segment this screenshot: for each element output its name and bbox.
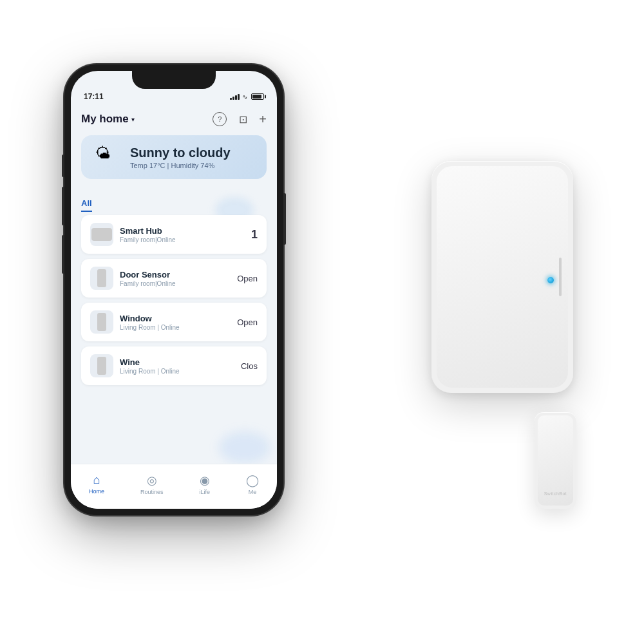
wifi-icon: ∿: [242, 93, 247, 100]
home-nav-icon: ⌂: [93, 473, 100, 487]
device-info: Wine Living Room | Online: [120, 357, 180, 375]
device-location: Family room|Online: [120, 280, 176, 287]
device-info: Window Living Room | Online: [120, 314, 180, 331]
device-card-smart-hub[interactable]: Smart Hub Family room|Online 1: [81, 215, 267, 254]
weather-title: Sunny to cloudy: [130, 145, 231, 160]
device-thumb-wine: [90, 354, 113, 377]
phone-frame: 17:11 ∿ My home: [64, 64, 283, 515]
led-indicator: [547, 277, 554, 283]
nav-me-label: Me: [249, 489, 257, 495]
phone-screen: 17:11 ∿ My home: [71, 71, 277, 509]
device-name: Wine: [120, 357, 180, 367]
home-title-group[interactable]: My home ▾: [81, 113, 135, 126]
device-status: 1: [251, 228, 258, 242]
help-icon: ?: [218, 115, 222, 123]
tabs-row: All: [81, 198, 267, 212]
device-location: Living Room | Online: [120, 368, 180, 375]
weather-icon: 🌤: [91, 144, 122, 170]
ilife-nav-icon: ◉: [200, 473, 210, 488]
bottom-nav: ⌂ Home ◎ Routines ◉ iLife ◯ Me: [71, 464, 277, 509]
add-button[interactable]: +: [259, 113, 267, 126]
nav-ilife-label: iLife: [200, 489, 211, 495]
help-button[interactable]: ?: [213, 112, 227, 126]
device-name: Smart Hub: [120, 226, 176, 236]
device-thumb-window: [90, 310, 113, 334]
edit-button[interactable]: ⊡: [236, 112, 250, 126]
edit-icon: ⊡: [239, 113, 247, 126]
device-thumb-sensor: [90, 267, 113, 290]
device-status: Open: [237, 274, 258, 283]
sun-icon: 🌤: [95, 144, 111, 162]
sensor-main-body: [431, 161, 573, 393]
weather-subtitle: Temp 17°C | Humidity 74%: [130, 162, 231, 169]
me-nav-icon: ◯: [246, 473, 259, 488]
app-header: My home ▾ ? ⊡ +: [81, 107, 267, 131]
deco-blob: [219, 431, 270, 464]
device-left: Wine Living Room | Online: [90, 354, 180, 377]
device-list: Smart Hub Family room|Online 1 Door Sens…: [81, 215, 267, 385]
nav-item-home[interactable]: ⌂ Home: [89, 473, 104, 495]
nav-item-ilife[interactable]: ◉ iLife: [200, 473, 211, 495]
scene: 17:11 ∿ My home: [32, 32, 612, 612]
device-left: Door Sensor Family room|Online: [90, 267, 176, 290]
device-name: Door Sensor: [120, 270, 176, 279]
device-card-door-sensor[interactable]: Door Sensor Family room|Online Open: [81, 259, 267, 298]
status-bar: 17:11 ∿: [84, 90, 264, 103]
tab-all[interactable]: All: [81, 198, 92, 212]
device-card-window[interactable]: Window Living Room | Online Open: [81, 303, 267, 341]
status-time: 17:11: [84, 92, 104, 101]
device-thumb-hub: [90, 223, 113, 246]
status-icons: ∿: [230, 93, 264, 100]
battery-icon: [251, 93, 264, 100]
device-status: Clos: [241, 361, 258, 371]
sensor-brand-text: SwitchBot: [544, 491, 567, 496]
device-location: Family room|Online: [120, 236, 176, 243]
device-location: Living Room | Online: [120, 324, 180, 331]
nav-item-routines[interactable]: ◎ Routines: [140, 473, 164, 495]
sensor-small-body: SwitchBot: [535, 412, 576, 509]
phone-notch: [132, 71, 216, 89]
sensor-groove: [559, 258, 562, 296]
signal-icon: [230, 93, 240, 100]
nav-home-label: Home: [89, 488, 104, 495]
home-title-text: My home: [81, 113, 129, 126]
weather-section: 🌤 Sunny to cloudy Temp 17°C | Humidity 7…: [81, 135, 267, 179]
nav-routines-label: Routines: [140, 489, 164, 495]
device-info: Door Sensor Family room|Online: [120, 270, 176, 287]
device-status: Open: [237, 317, 258, 327]
chevron-down-icon: ▾: [131, 116, 135, 123]
header-actions: ? ⊡ +: [213, 112, 267, 126]
routines-nav-icon: ◎: [147, 473, 157, 488]
device-card-wine[interactable]: Wine Living Room | Online Clos: [81, 346, 267, 385]
weather-info: Sunny to cloudy Temp 17°C | Humidity 74%: [130, 145, 231, 169]
device-info: Smart Hub Family room|Online: [120, 226, 176, 243]
device-name: Window: [120, 314, 180, 323]
device-left: Window Living Room | Online: [90, 310, 180, 334]
nav-item-me[interactable]: ◯ Me: [246, 473, 259, 495]
device-left: Smart Hub Family room|Online: [90, 223, 176, 246]
